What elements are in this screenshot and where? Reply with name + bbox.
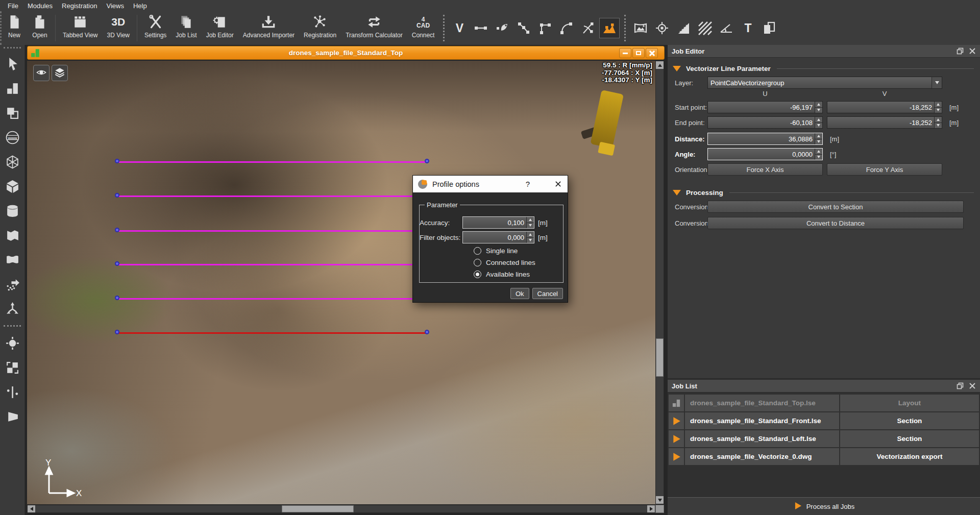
force-y-axis-button[interactable]: Force Y Axis [827,163,942,176]
job-list-row[interactable]: drones_sample_file_Standard_Front.lseSec… [669,412,979,429]
layers-button[interactable] [52,65,68,81]
sheets-tool[interactable] [759,18,779,38]
sidebar-mirror-tool[interactable] [3,383,21,401]
job-list-row[interactable]: drones_sample_file_Standard_Left.lseSect… [669,430,979,447]
sidebar-folded-map-tool[interactable] [3,226,21,244]
ortho-lines-tool[interactable] [535,18,555,38]
sidebar-clipping-tool[interactable] [3,407,21,426]
line-endpoint-marker[interactable] [115,228,119,232]
sidebar-select-arrow-tool[interactable] [3,55,21,73]
spinner-buttons[interactable] [526,232,534,243]
value-field[interactable]: -18,252 [827,101,942,113]
panorama-tool[interactable] [630,18,651,38]
value-field[interactable]: -18,252 [827,116,942,129]
value-field[interactable]: -96,197 [707,101,823,113]
target-tool[interactable] [652,18,672,38]
line-endpoint-marker[interactable] [115,296,119,300]
radio-button[interactable] [474,259,481,266]
profile-tool-tool[interactable] [599,18,620,38]
run-job-button[interactable] [669,430,684,447]
convert-to-distance-button[interactable]: Convert to Distance [707,217,964,229]
dialog-close-button[interactable] [550,178,566,191]
line-endpoint-marker[interactable] [425,159,429,163]
value-field[interactable]: 0,0000 [707,148,823,160]
job-list-row[interactable]: drones_sample_file_Standard_Top.lseLayou… [669,395,979,411]
job-type[interactable]: Vectorization export [840,448,979,465]
spinner-buttons[interactable] [934,117,942,128]
menu-views[interactable]: Views [102,1,128,11]
job-editor-button[interactable]: Job Editor [202,13,238,43]
radio-option-single-line[interactable]: Single line [474,247,518,255]
hatch-tool[interactable] [695,18,715,38]
transform-calculator-button[interactable]: Transform Calculator [341,13,407,43]
job-name[interactable]: drones_sample_file_Vectorize_0.dwg [685,448,839,465]
horizontal-scroll-thumb[interactable] [282,505,354,512]
arc-tool[interactable] [556,18,577,38]
maximize-button[interactable] [632,48,645,58]
value-field[interactable]: 0,000 [462,231,534,243]
scroll-up-button[interactable] [656,61,664,69]
sidebar-wire-sphere-tool[interactable] [3,153,21,171]
vertical-scrollbar[interactable] [655,61,664,504]
sidebar-transform-checker-tool[interactable] [3,358,21,377]
menu-help[interactable]: Help [129,1,152,11]
job-type[interactable]: Section [840,412,979,429]
close-panel-icon[interactable] [969,382,976,391]
open-button[interactable]: Open [27,13,53,43]
close-button[interactable] [646,48,658,58]
sidebar-cylinder-tool[interactable] [3,202,21,220]
radio-option-connected-lines[interactable]: Connected lines [474,259,535,266]
job-list-row[interactable]: drones_sample_file_Vectorize_0.dwgVector… [669,448,979,465]
cancel-button[interactable]: Cancel [532,288,563,299]
visibility-toggle-button[interactable] [33,65,50,81]
vertical-scroll-thumb[interactable] [656,338,664,377]
scroll-down-button[interactable] [656,496,664,504]
tabbed-view-button[interactable]: Tabbed View [58,13,103,43]
vectorizer-section-header[interactable]: Vectorizer Line Parameter [672,65,976,72]
job-name[interactable]: drones_sample_file_Standard_Left.lse [685,430,839,447]
vectorizer-v-tool[interactable]: V [449,18,470,38]
value-field[interactable]: -60,108 [707,116,823,129]
radio-button[interactable] [474,271,481,278]
slope-tool[interactable] [673,18,694,38]
value-field[interactable]: 0,100 [462,216,534,229]
menu-file[interactable]: File [3,1,23,11]
job-type[interactable]: Layout [840,395,979,411]
sidebar-flag-tool[interactable] [3,251,21,269]
help-button[interactable]: ? [521,180,535,188]
job-list-button[interactable]: Job List [171,13,201,43]
line-endpoint-marker[interactable] [115,193,119,198]
distance-line-tool[interactable] [471,18,491,38]
spinner-buttons[interactable] [815,149,822,160]
chevron-down-icon[interactable] [932,77,942,88]
settings-button[interactable]: Settings [140,13,171,43]
sidebar-web-globe-tool[interactable]: www [3,128,21,146]
registration-button[interactable]: Registration [299,13,341,43]
job-name[interactable]: drones_sample_file_Standard_Top.lse [685,395,839,411]
line-endpoint-marker[interactable] [115,330,119,334]
run-job-button[interactable] [669,448,684,465]
convert-to-section-button[interactable]: Convert to Section [707,201,964,213]
radio-option-available-lines[interactable]: Available lines [474,271,530,278]
radio-button[interactable] [474,247,481,255]
sidebar-point-export-tool[interactable] [3,275,21,293]
run-job-button[interactable] [669,412,684,429]
connect-button[interactable]: 4CADConnect [407,13,439,43]
scroll-right-button[interactable] [647,505,655,512]
spinner-buttons[interactable] [815,133,822,144]
job-name[interactable]: drones_sample_file_Standard_Front.lse [685,412,839,429]
minimize-button[interactable] [619,48,631,58]
value-field[interactable]: 36,0886 [707,133,823,145]
sidebar-point-marker-tool[interactable] [3,334,21,352]
ok-button[interactable]: Ok [510,288,529,299]
angle-vectorizer-tool[interactable] [578,18,598,38]
sidebar-cube-tool[interactable] [3,177,21,195]
force-x-axis-button[interactable]: Force X Axis [707,163,823,176]
process-all-jobs-button[interactable]: Process all Jobs [668,497,980,515]
sidebar-layout-panels-tool[interactable] [3,79,21,97]
sidebar-overlap-squares-tool[interactable] [3,104,21,122]
3d-view-button[interactable]: 3D3D View [103,13,134,43]
line-endpoint-marker[interactable] [425,330,429,334]
menu-modules[interactable]: Modules [23,1,57,11]
close-panel-icon[interactable] [969,47,976,56]
